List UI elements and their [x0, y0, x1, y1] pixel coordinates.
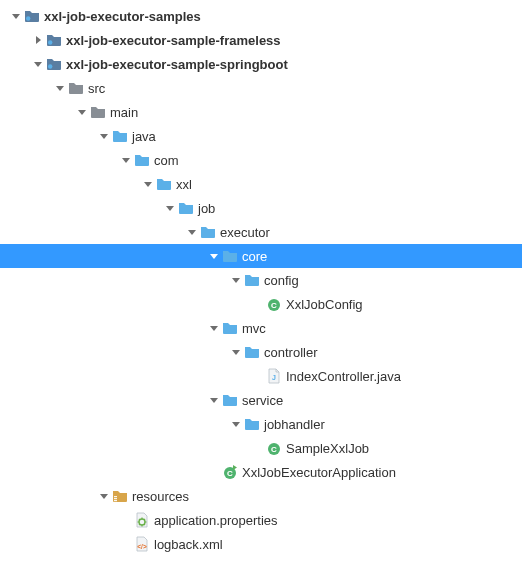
xml-file-icon: </>	[134, 536, 150, 552]
tree-row[interactable]: J IndexController.java	[0, 364, 522, 388]
tree-row[interactable]: C XxlJobExecutorApplication	[0, 460, 522, 484]
resources-folder-icon	[112, 488, 128, 504]
plain-folder-icon	[68, 80, 84, 96]
tree-row[interactable]: controller	[0, 340, 522, 364]
class-icon: C	[266, 296, 282, 312]
tree-row[interactable]: job	[0, 196, 522, 220]
tree-row[interactable]: src	[0, 76, 522, 100]
tree-item-label: XxlJobExecutorApplication	[242, 465, 404, 480]
project-tree[interactable]: xxl-job-executor-samples xxl-job-executo…	[0, 0, 522, 556]
class-icon: C	[266, 440, 282, 456]
package-folder-icon	[156, 176, 172, 192]
tree-item-label: main	[110, 105, 146, 120]
package-folder-icon	[244, 344, 260, 360]
chevron-down-icon[interactable]	[118, 152, 134, 168]
java-file-icon: J	[266, 368, 282, 384]
chevron-down-icon[interactable]	[162, 200, 178, 216]
package-folder-icon	[178, 200, 194, 216]
chevron-down-icon[interactable]	[8, 8, 24, 24]
tree-item-label: java	[132, 129, 164, 144]
tree-row[interactable]: </> logback.xml	[0, 532, 522, 556]
module-folder-icon	[46, 32, 62, 48]
tree-row[interactable]: executor	[0, 220, 522, 244]
tree-row[interactable]: service	[0, 388, 522, 412]
arrow-placeholder	[206, 464, 222, 480]
tree-row[interactable]: xxl	[0, 172, 522, 196]
tree-row[interactable]: xxl-job-executor-sample-frameless	[0, 28, 522, 52]
tree-item-label: src	[88, 81, 113, 96]
package-folder-icon	[134, 152, 150, 168]
tree-item-label: service	[242, 393, 291, 408]
tree-item-label: xxl-job-executor-samples	[44, 9, 209, 24]
svg-rect-10	[114, 496, 117, 497]
chevron-down-icon[interactable]	[140, 176, 156, 192]
chevron-down-icon[interactable]	[206, 248, 222, 264]
tree-row[interactable]: mvc	[0, 316, 522, 340]
tree-item-label: controller	[264, 345, 325, 360]
tree-item-label: XxlJobConfig	[286, 297, 371, 312]
tree-item-label: jobhandler	[264, 417, 333, 432]
module-folder-icon	[24, 8, 40, 24]
tree-row[interactable]: application.properties	[0, 508, 522, 532]
source-folder-icon	[112, 128, 128, 144]
svg-text:J: J	[272, 374, 276, 381]
package-folder-icon	[222, 392, 238, 408]
tree-row[interactable]: jobhandler	[0, 412, 522, 436]
package-folder-icon	[244, 416, 260, 432]
svg-point-2	[48, 64, 52, 68]
properties-file-icon	[134, 512, 150, 528]
package-folder-icon	[222, 320, 238, 336]
svg-text:C: C	[271, 301, 277, 310]
svg-text:C: C	[227, 469, 233, 478]
chevron-down-icon[interactable]	[96, 488, 112, 504]
arrow-placeholder	[118, 512, 134, 528]
tree-item-label: executor	[220, 225, 278, 240]
tree-item-label: SampleXxlJob	[286, 441, 377, 456]
chevron-down-icon[interactable]	[52, 80, 68, 96]
chevron-down-icon[interactable]	[74, 104, 90, 120]
module-folder-icon	[46, 56, 62, 72]
svg-point-1	[48, 40, 52, 44]
tree-row[interactable]: C SampleXxlJob	[0, 436, 522, 460]
tree-row[interactable]: java	[0, 124, 522, 148]
chevron-down-icon[interactable]	[30, 56, 46, 72]
tree-row[interactable]: core	[0, 244, 522, 268]
tree-item-label: com	[154, 153, 187, 168]
svg-text:C: C	[271, 445, 277, 454]
tree-item-label: xxl-job-executor-sample-springboot	[66, 57, 296, 72]
arrow-placeholder	[118, 536, 134, 552]
tree-row[interactable]: config	[0, 268, 522, 292]
tree-row[interactable]: main	[0, 100, 522, 124]
tree-row[interactable]: resources	[0, 484, 522, 508]
tree-item-label: config	[264, 273, 307, 288]
tree-row[interactable]: C XxlJobConfig	[0, 292, 522, 316]
package-folder-icon	[200, 224, 216, 240]
arrow-placeholder	[250, 368, 266, 384]
svg-text:</>: </>	[137, 543, 147, 550]
tree-row[interactable]: xxl-job-executor-sample-springboot	[0, 52, 522, 76]
svg-rect-12	[114, 500, 117, 501]
package-folder-icon	[244, 272, 260, 288]
tree-item-label: resources	[132, 489, 197, 504]
chevron-down-icon[interactable]	[206, 392, 222, 408]
tree-row[interactable]: com	[0, 148, 522, 172]
chevron-down-icon[interactable]	[228, 272, 244, 288]
chevron-down-icon[interactable]	[228, 344, 244, 360]
svg-point-0	[26, 16, 30, 20]
tree-row[interactable]: xxl-job-executor-samples	[0, 4, 522, 28]
plain-folder-icon	[90, 104, 106, 120]
chevron-down-icon[interactable]	[96, 128, 112, 144]
tree-item-label: application.properties	[154, 513, 286, 528]
chevron-down-icon[interactable]	[228, 416, 244, 432]
chevron-right-icon[interactable]	[30, 32, 46, 48]
tree-item-label: core	[242, 249, 275, 264]
package-folder-icon	[222, 248, 238, 264]
tree-item-label: IndexController.java	[286, 369, 409, 384]
tree-item-label: xxl-job-executor-sample-frameless	[66, 33, 289, 48]
svg-rect-11	[114, 498, 117, 499]
chevron-down-icon[interactable]	[206, 320, 222, 336]
arrow-placeholder	[250, 296, 266, 312]
class-run-icon: C	[222, 464, 238, 480]
tree-item-label: mvc	[242, 321, 274, 336]
chevron-down-icon[interactable]	[184, 224, 200, 240]
